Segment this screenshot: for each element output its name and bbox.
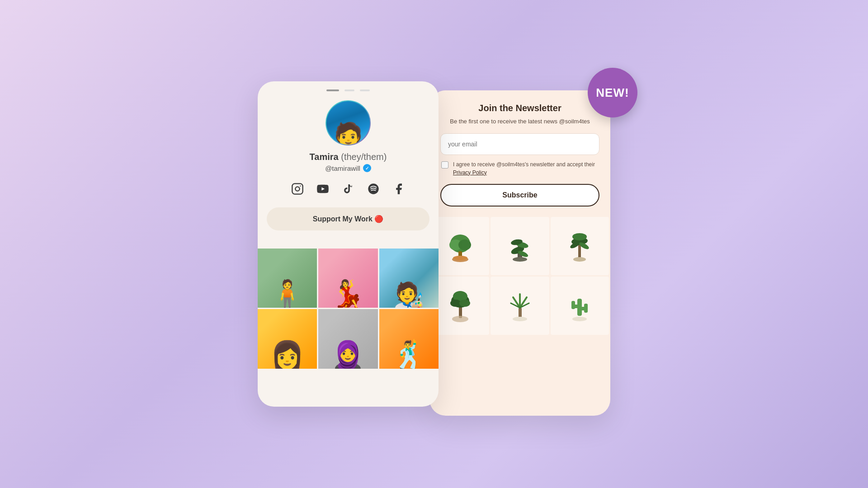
plant-cell-6[interactable] <box>551 277 609 335</box>
svg-point-1 <box>295 187 299 191</box>
verified-badge: ✓ <box>363 164 371 172</box>
svg-point-28 <box>452 316 468 322</box>
plant-cactus-icon <box>564 287 595 324</box>
youtube-icon[interactable] <box>314 180 331 197</box>
plants-grid <box>429 216 610 337</box>
plant-bonsai-icon <box>444 228 476 264</box>
photo-cell-2[interactable]: 💃 <box>318 249 377 308</box>
svg-rect-38 <box>571 301 575 309</box>
svg-point-4 <box>368 183 378 194</box>
consent-row: I agree to receive @soilm4tes's newslett… <box>440 160 599 177</box>
svg-point-27 <box>459 300 470 307</box>
photo-cell-4[interactable]: 👩 <box>258 309 317 368</box>
avatar: 🧑 <box>326 100 371 145</box>
plant-cell-3[interactable] <box>551 217 609 275</box>
profile-pronouns: (they/them) <box>341 152 387 162</box>
notch-bar-1 <box>326 89 339 91</box>
plant-dracaena-icon <box>504 287 536 324</box>
avatar-figure: 🧑 <box>334 123 363 145</box>
support-button[interactable]: Support My Work 🔴 <box>267 207 429 230</box>
social-icons-row <box>289 180 407 197</box>
svg-point-41 <box>572 317 587 321</box>
tiktok-icon[interactable] <box>340 180 357 197</box>
photo-person-6: 🕺 <box>392 342 426 369</box>
facebook-icon[interactable] <box>390 180 407 197</box>
email-input[interactable] <box>448 141 592 148</box>
instagram-icon[interactable] <box>289 180 306 197</box>
left-profile-card: 🧑 Tamira (they/them) @tamirawill ✓ <box>258 81 439 407</box>
photo-cell-6[interactable]: 🕺 <box>379 309 439 368</box>
phone-notch <box>258 81 439 96</box>
profile-handle: @tamirawill ✓ <box>325 164 371 172</box>
svg-rect-29 <box>519 308 522 318</box>
photo-cell-3[interactable]: 🧑‍🎨 <box>379 249 439 308</box>
svg-point-10 <box>453 256 467 260</box>
plant-cell-5[interactable] <box>491 277 549 335</box>
photo-cell-5[interactable]: 🧕 <box>318 309 377 368</box>
right-wrapper: NEW! Join the Newsletter Be the first on… <box>439 81 610 416</box>
subscribe-button[interactable]: Subscribe <box>440 184 599 206</box>
svg-point-19 <box>572 233 587 240</box>
photo-person-5: 🧕 <box>331 342 365 369</box>
svg-rect-40 <box>584 304 588 313</box>
plant-fiddle-icon <box>444 287 476 324</box>
svg-point-22 <box>573 257 586 262</box>
svg-point-35 <box>513 317 527 321</box>
right-newsletter-card: Join the Newsletter Be the first one to … <box>429 90 610 416</box>
plant-tall-icon <box>564 228 595 264</box>
email-input-wrapper[interactable] <box>440 133 599 155</box>
privacy-policy-link[interactable]: Privacy Policy <box>453 169 487 176</box>
svg-point-2 <box>300 185 301 186</box>
photo-grid: 🧍 💃 🧑‍🎨 👩 🧕 🕺 <box>258 249 439 369</box>
svg-point-16 <box>513 257 527 262</box>
profile-section: 🧑 Tamira (they/them) @tamirawill ✓ <box>258 96 439 249</box>
photo-cell-1[interactable]: 🧍 <box>258 249 317 308</box>
consent-checkbox[interactable] <box>441 161 448 169</box>
photo-person-1: 🧍 <box>270 281 304 308</box>
new-badge: NEW! <box>588 68 637 117</box>
photo-person-2: 💃 <box>331 281 365 308</box>
plant-rubber-icon <box>504 228 536 264</box>
profile-name: Tamira (they/them) <box>310 152 387 162</box>
photo-person-3: 🧑‍🎨 <box>393 283 425 308</box>
plant-cell-4[interactable] <box>431 277 489 335</box>
spotify-icon[interactable] <box>365 180 382 197</box>
svg-rect-0 <box>292 183 302 194</box>
newsletter-title: Join the Newsletter <box>440 103 599 113</box>
new-badge-text: NEW! <box>596 86 629 100</box>
newsletter-description: Be the first one to receive the latest n… <box>440 117 599 126</box>
plant-cell-1[interactable] <box>431 217 489 275</box>
photo-person-4: 👩 <box>270 342 304 369</box>
consent-text: I agree to receive @soilm4tes's newslett… <box>453 160 599 177</box>
notch-bar-3 <box>360 89 370 91</box>
notch-bar-2 <box>344 89 354 91</box>
svg-point-7 <box>458 239 471 250</box>
plant-cell-2[interactable] <box>491 217 549 275</box>
newsletter-section: Join the Newsletter Be the first one to … <box>429 90 610 216</box>
